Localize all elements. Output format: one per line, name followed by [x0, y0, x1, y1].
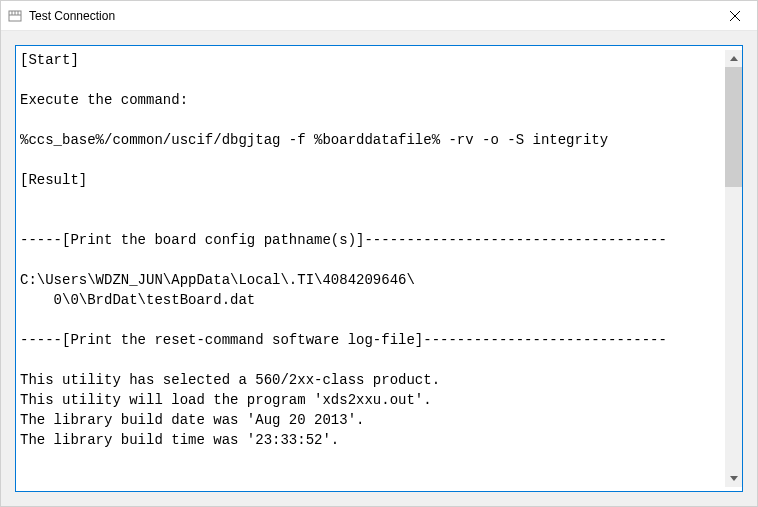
console-panel: [Start] Execute the command: %ccs_base%/…	[15, 45, 743, 492]
console-output[interactable]: [Start] Execute the command: %ccs_base%/…	[20, 50, 725, 487]
titlebar: Test Connection	[1, 1, 757, 31]
vertical-scrollbar[interactable]	[725, 50, 742, 487]
close-button[interactable]	[712, 1, 757, 31]
app-icon	[7, 8, 23, 24]
content-area: [Start] Execute the command: %ccs_base%/…	[1, 31, 757, 506]
close-icon	[730, 11, 740, 21]
scroll-track[interactable]	[725, 67, 742, 470]
dialog-window: Test Connection [Start] Execute the comm…	[0, 0, 758, 507]
chevron-down-icon	[730, 476, 738, 481]
scroll-up-button[interactable]	[725, 50, 742, 67]
window-title: Test Connection	[29, 9, 712, 23]
scroll-thumb[interactable]	[725, 67, 742, 187]
scroll-down-button[interactable]	[725, 470, 742, 487]
chevron-up-icon	[730, 56, 738, 61]
